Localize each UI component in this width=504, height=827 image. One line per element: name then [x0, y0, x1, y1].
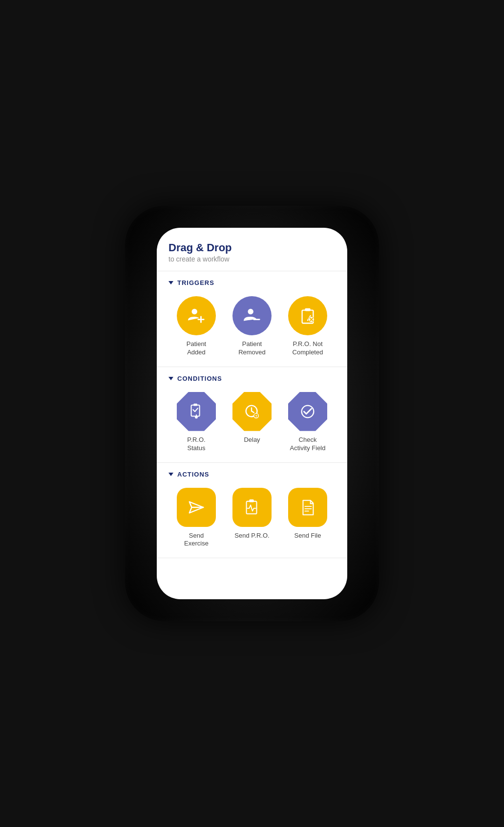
pro-not-completed-label: P.R.O. NotCompleted	[293, 340, 323, 357]
pro-not-completed-svg	[298, 306, 317, 325]
header-title: Drag & Drop	[168, 241, 336, 254]
conditions-header: CONDITIONS	[168, 375, 336, 382]
pro-status-svg	[187, 402, 206, 421]
send-exercise-svg	[187, 498, 206, 517]
svg-point-0	[192, 309, 197, 314]
svg-line-17	[252, 411, 254, 413]
send-pro-svg	[243, 498, 261, 517]
patient-removed-svg	[243, 306, 261, 325]
check-activity-field-item[interactable]: CheckActivity Field	[286, 392, 330, 453]
send-file-label: Send File	[294, 532, 321, 540]
conditions-chevron-icon[interactable]	[168, 377, 173, 380]
send-pro-label: Send P.R.O.	[234, 532, 269, 540]
actions-title: ACTIONS	[177, 471, 210, 478]
pro-not-completed-item[interactable]: P.R.O. NotCompleted	[286, 296, 330, 357]
content: TRIGGERS PatientAdd	[157, 271, 347, 599]
patient-removed-item[interactable]: PatientRemoved	[230, 296, 274, 357]
conditions-title: CONDITIONS	[177, 375, 222, 382]
patient-removed-icon	[232, 296, 272, 335]
header: Drag & Drop to create a workflow	[157, 228, 347, 271]
pro-status-item[interactable]: P.R.O.Status	[174, 392, 218, 453]
delay-icon: ?	[232, 392, 272, 431]
conditions-row: P.R.O.Status ? Delay	[168, 392, 336, 453]
send-file-svg	[298, 498, 317, 517]
svg-rect-24	[249, 499, 254, 502]
triggers-row: PatientAdded PatientRemoved	[168, 296, 336, 357]
check-activity-field-icon	[288, 392, 327, 431]
patient-added-icon	[177, 296, 216, 335]
patient-added-label: PatientAdded	[187, 340, 206, 357]
header-subtitle: to create a workflow	[168, 255, 336, 263]
delay-svg: ?	[243, 402, 261, 421]
svg-point-3	[248, 309, 253, 314]
send-pro-icon	[232, 488, 272, 527]
triggers-section: TRIGGERS PatientAdd	[157, 271, 347, 367]
actions-header: ACTIONS	[168, 471, 336, 478]
patient-removed-label: PatientRemoved	[238, 340, 266, 357]
send-file-icon	[288, 488, 327, 527]
pro-status-icon	[177, 392, 216, 431]
pro-not-completed-icon	[288, 296, 327, 335]
send-file-item[interactable]: Send File	[286, 488, 330, 540]
send-exercise-label: SendExercise	[184, 532, 209, 548]
send-pro-item[interactable]: Send P.R.O.	[230, 488, 274, 540]
check-activity-field-svg	[298, 402, 317, 421]
triggers-title: TRIGGERS	[177, 279, 214, 286]
actions-row: SendExercise Send P.R.O.	[168, 488, 336, 548]
actions-chevron-icon[interactable]	[168, 473, 173, 476]
triggers-header: TRIGGERS	[168, 279, 336, 286]
phone-outer: Drag & Drop to create a workflow TRIGGER…	[125, 206, 379, 621]
svg-rect-6	[305, 308, 310, 311]
delay-label: Delay	[244, 436, 260, 444]
pro-status-label: P.R.O.Status	[187, 436, 205, 453]
delay-item[interactable]: ? Delay	[230, 392, 274, 444]
send-exercise-item[interactable]: SendExercise	[174, 488, 218, 548]
svg-text:?: ?	[255, 414, 257, 418]
svg-rect-12	[193, 404, 197, 406]
send-exercise-icon	[177, 488, 216, 527]
check-activity-field-label: CheckActivity Field	[290, 436, 326, 453]
conditions-section: CONDITIONS P.R.O.	[157, 367, 347, 463]
patient-added-svg	[187, 306, 206, 325]
patient-added-item[interactable]: PatientAdded	[174, 296, 218, 357]
triggers-chevron-icon[interactable]	[168, 281, 173, 284]
actions-section: ACTIONS SendExercise	[157, 463, 347, 559]
phone-screen: Drag & Drop to create a workflow TRIGGER…	[157, 228, 347, 599]
